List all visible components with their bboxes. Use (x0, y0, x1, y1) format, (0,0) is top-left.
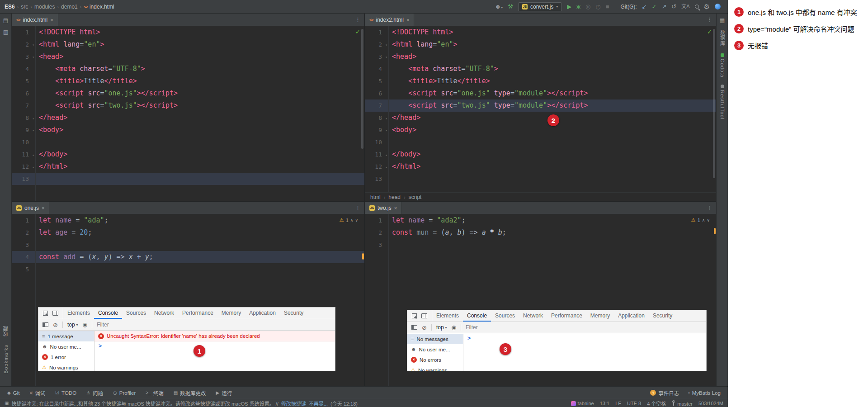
code-line[interactable]: 4 <meta charset="UTF-8"> (365, 63, 716, 75)
more-icon[interactable]: ⋮ (707, 204, 712, 211)
code-line[interactable]: 9▾<body> (12, 124, 364, 136)
structure-icon[interactable]: ▥ (3, 29, 8, 35)
devtools-tab-security[interactable]: Security (280, 308, 307, 319)
breadcrumb-item[interactable]: src (21, 4, 28, 10)
scrollbar-thumb[interactable] (361, 29, 363, 149)
user-icon[interactable]: ☻▾ (495, 4, 503, 9)
debug-button[interactable]: ж (576, 4, 580, 9)
fold-close-icon[interactable]: ▴ (385, 149, 387, 161)
eye-icon[interactable]: ◉ (83, 322, 87, 328)
code-line[interactable]: 2▾<html lang="en"> (365, 38, 716, 51)
code-line[interactable]: 13 (12, 173, 364, 185)
clear-console-icon[interactable]: ⊘ (53, 322, 58, 328)
inspect-element-icon[interactable] (43, 311, 48, 316)
close-icon[interactable]: × (42, 205, 44, 211)
fold-open-icon[interactable]: ▾ (32, 124, 34, 137)
devtools-tab-memory[interactable]: Memory (217, 308, 245, 319)
close-icon[interactable]: × (406, 17, 409, 23)
right-stripe-item[interactable]: Codota (720, 53, 725, 77)
code-line[interactable]: 10 (12, 136, 364, 148)
code-line[interactable]: 5 <title>Title</title> (365, 75, 716, 87)
breadcrumb-item[interactable]: demo1 (61, 4, 78, 10)
git-push-button[interactable]: ↗ (661, 4, 666, 9)
fold-open-icon[interactable]: ▾ (32, 51, 34, 63)
code-line[interactable]: 5 <title>Title</title> (12, 75, 364, 87)
prev-warning-icon[interactable]: ∧ (350, 218, 354, 222)
fold-close-icon[interactable]: ▴ (385, 112, 387, 124)
devtools-tab-application[interactable]: Application (614, 310, 649, 322)
code-line[interactable]: 3 (365, 239, 716, 251)
console-sidebar-icon[interactable] (411, 325, 417, 330)
stop-button[interactable]: ■ (606, 4, 609, 9)
console-sidebar-item[interactable]: ⚠No warnings (407, 365, 463, 371)
tab-index2-html[interactable]: <> index2.html × (365, 14, 414, 26)
breadcrumb-item[interactable]: ES6 (5, 4, 15, 10)
code-line[interactable]: 1<!DOCTYPE html> (365, 26, 716, 38)
code-line[interactable]: 6 <script src="one.js" type="module"></s… (365, 87, 716, 99)
console-sidebar-icon[interactable] (42, 322, 48, 327)
profiler-icon[interactable]: ◷ (595, 4, 600, 9)
more-icon[interactable]: ⋮ (707, 16, 712, 23)
toolwindow-problems[interactable]: ⚠问题 (86, 389, 103, 397)
devtools-tab-console[interactable]: Console (94, 308, 122, 319)
eye-icon[interactable]: ◉ (452, 324, 456, 331)
devtools-tab-sources[interactable]: Sources (122, 308, 150, 319)
fold-open-icon[interactable]: ▾ (385, 39, 387, 51)
database-icon[interactable]: ▦ (720, 17, 725, 24)
code-line[interactable]: 3▾<head> (365, 51, 716, 63)
devtools-tab-sources[interactable]: Sources (491, 310, 519, 322)
code-line[interactable]: 2▾<html lang="en"> (12, 38, 364, 51)
modify-shortcut-link[interactable]: 修改快捷键 (281, 400, 306, 407)
scrollbar-thumb[interactable] (713, 29, 715, 178)
indent-setting[interactable]: 4 个空格 (647, 400, 666, 407)
git-branch-widget[interactable]: master (672, 400, 693, 407)
more-icon[interactable]: ⋮ (355, 204, 361, 211)
toolwindow-profiler[interactable]: ◷Profiler (113, 390, 136, 396)
console-sidebar-item[interactable]: ⚠No warnings (38, 362, 94, 371)
code-line[interactable]: 1let name = "ada"; (12, 214, 364, 227)
code-line[interactable]: 3▾<head> (12, 51, 364, 63)
breadcrumb-item[interactable]: html (370, 194, 381, 200)
code-line[interactable]: 7 <script src="two.js" type="module"></s… (365, 99, 716, 112)
run-button[interactable]: ▶ (567, 4, 571, 9)
console-sidebar-item[interactable]: ×1 error (38, 352, 94, 362)
code-line[interactable]: 12▴</html> (365, 161, 716, 173)
code-line[interactable]: 5 (12, 263, 364, 275)
inspect-element-icon[interactable] (412, 313, 417, 318)
inspection-ok-icon[interactable]: ✓ (355, 28, 360, 35)
fold-open-icon[interactable]: ▾ (385, 51, 387, 63)
warning-stripe-mark[interactable] (362, 253, 364, 260)
history-icon[interactable]: ↺ (671, 4, 676, 9)
breadcrumb-item[interactable]: head (388, 194, 401, 200)
devtools-tab-performance[interactable]: Performance (547, 310, 586, 322)
devtools-tab-performance[interactable]: Performance (178, 308, 217, 319)
code-line[interactable]: 7 <script src="two.js"></script> (12, 99, 364, 112)
devtools-tab-network[interactable]: Network (519, 310, 547, 322)
code-line[interactable]: 1<!DOCTYPE html> (12, 26, 364, 38)
project-icon[interactable]: ▤ (3, 17, 8, 24)
ide-update-icon[interactable] (715, 4, 721, 9)
toolwindow-terminal[interactable]: >_终端 (146, 389, 163, 397)
code-line[interactable]: 4const add = (x, y) => x + y; (12, 251, 364, 263)
code-editor[interactable]: 1<!DOCTYPE html>2▾<html lang="en">3▾<hea… (12, 26, 364, 201)
next-warning-icon[interactable]: ∨ (355, 218, 358, 222)
toolwindow-event-log[interactable]: 1事件日志 (650, 389, 679, 397)
devtools-tab-elements[interactable]: Elements (63, 308, 94, 319)
code-line[interactable]: 11▴</body> (365, 148, 716, 161)
more-icon[interactable]: ⋮ (355, 16, 361, 23)
fold-open-icon[interactable]: ▾ (385, 124, 387, 137)
filter-input[interactable]: Filter (466, 324, 478, 331)
toolwindow-run[interactable]: ▶运行 (216, 389, 232, 397)
fold-close-icon[interactable]: ▴ (32, 161, 34, 173)
code-line[interactable]: 3 (12, 239, 364, 251)
close-icon[interactable]: × (394, 205, 397, 211)
warning-stripe-mark[interactable] (714, 228, 716, 234)
left-stripe-item[interactable]: 收藏 (2, 326, 9, 336)
tab-one-js[interactable]: JS one.js × (12, 202, 49, 214)
memory-indicator[interactable]: 503/1024M (698, 401, 723, 406)
console-sidebar-item[interactable]: ×No errors (407, 355, 463, 365)
right-stripe-item[interactable]: 数据库 (719, 30, 726, 46)
fold-open-icon[interactable]: ▾ (32, 39, 34, 51)
device-toolbar-icon[interactable] (52, 311, 58, 316)
right-stripe-item[interactable]: RestfulTool (720, 85, 725, 119)
